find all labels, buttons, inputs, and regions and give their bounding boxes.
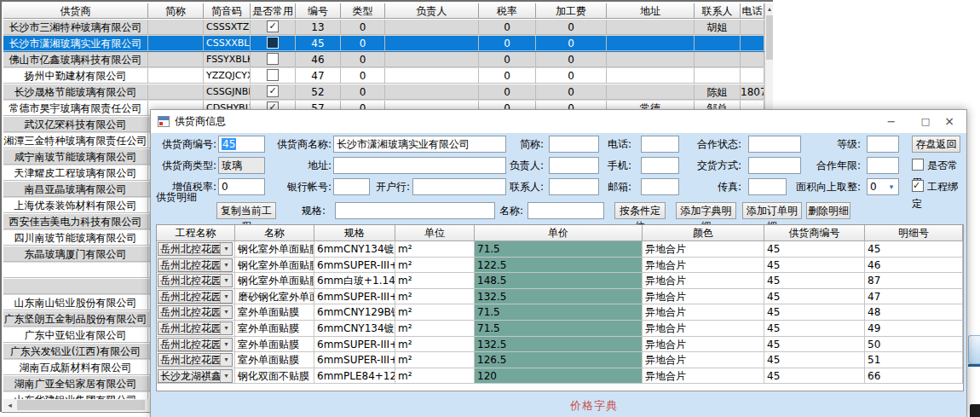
supplier-no-input[interactable]: 45 [218,136,265,153]
table-row[interactable]: 佛山市亿鑫玻璃科技有限公司FSSYXBLKJ..46000 [3,52,764,68]
cell: 52 [296,84,341,100]
cell [695,68,741,84]
detail-row[interactable]: 岳州北控花园▾室外单面贴膜6mmSUPER-III+12A(硅...m²126.… [157,352,963,368]
project-name-combo[interactable]: 岳州北控花园▾ [158,353,233,367]
phone-input[interactable] [641,136,679,153]
combo-value: 0 [870,181,877,193]
project-name-combo[interactable]: 岳州北控花园▾ [158,338,233,351]
detail-cell-project: 岳州北控花园▾ [157,321,235,337]
email-input[interactable] [641,178,679,195]
locate-by-condition-button[interactable]: 按条件定位 [614,202,666,219]
add-order-detail-button[interactable]: 添加订单明细 [742,202,802,219]
detail-column-header: 单价 [475,225,643,241]
chevron-down-icon[interactable]: ▾ [220,306,232,318]
chevron-down-icon[interactable]: ▾ [220,259,232,271]
checkbox-checked-icon[interactable]: ✓ [912,180,924,192]
often-used-checkbox[interactable]: 是否常用 [912,157,966,174]
name-filter-input[interactable] [527,202,604,219]
detail-cell-project: 长沙龙湖祺鑫星座▾ [157,368,235,385]
checkbox-checked-icon[interactable]: ✓ [267,20,279,32]
chevron-down-icon[interactable]: ▾ [885,180,897,194]
detail-row[interactable]: 岳州北控花园▾钢化室外单面贴膜6mmCNY134镀膜钢化m²71.5异地合片45… [157,241,963,258]
copy-current-project-button[interactable]: 复制当前工程 [216,202,276,219]
project-binding-checkbox[interactable]: ✓工程绑定 [912,178,966,195]
fax-input[interactable] [748,178,787,195]
chevron-down-icon[interactable]: ▾ [220,354,232,366]
detail-column-header: 工程名称 [157,225,235,241]
project-name-combo[interactable]: 岳州北控花园▾ [158,242,233,256]
checkbox-icon[interactable] [267,69,279,81]
checkbox-icon[interactable] [267,53,279,65]
column-header: 是否常用 [251,3,296,19]
project-name-combo[interactable]: 岳州北控花园▾ [158,321,233,335]
project-name-combo[interactable]: 岳州北控花园▾ [158,305,233,319]
detail-header-row: 工程名称名称规格单位单价颜色供货商编号明细号 [157,225,963,241]
vat-rate-input[interactable]: 0 [218,178,265,195]
chevron-down-icon[interactable]: ▾ [220,275,232,287]
checkbox-icon[interactable] [912,159,924,171]
cell [741,20,764,35]
table-row[interactable]: 长沙市三湘特种玻璃有限公司CSSSXTZBL..✓13000胡姐 [3,20,764,36]
bank-account-label: 银行帐号: [267,178,331,195]
table-row[interactable]: 长沙晟格节能玻璃有限公司CSSGJNBLYXGS✓52000陈姐180751 [3,84,764,101]
bank-branch-input[interactable] [412,178,506,195]
spec-filter-label: 规格: [302,202,326,219]
detail-row[interactable]: 岳州北控花园▾钢化室外单面贴膜6mmSUPER-III+12A(硅...m²12… [157,258,963,274]
detail-row[interactable]: 岳州北控花园▾室外单面贴膜6mmCNY134镀膜钢化m²71.5异地合片4549 [157,321,963,337]
spec-filter-input[interactable] [335,202,495,219]
vertical-scroll-thumb[interactable] [766,15,773,60]
detail-cell: 45 [764,241,865,258]
horizontal-scroll-thumb[interactable] [17,400,145,410]
table-row[interactable]: 扬州中勤建材有限公司YZZQJCYXGS47000 [3,68,764,84]
manager-input[interactable] [549,157,599,174]
detail-row[interactable]: 岳州北控花园▾磨砂钢化室外单面贴膜6mmSUPER-III+12A(硅...m²… [157,289,963,305]
save-return-button[interactable]: 存盘返回 [912,136,960,153]
supplier-type-input[interactable]: 玻璃 [218,157,265,174]
checkbox-icon[interactable] [267,37,279,49]
project-name-combo[interactable]: 岳州北控花园▾ [158,274,233,287]
address-input[interactable] [333,157,506,174]
coop-status-input[interactable] [748,136,801,153]
chevron-down-icon[interactable]: ▾ [220,370,232,382]
cell: 常德市昊宇玻璃有限责任公司 [3,101,148,116]
project-name-combo[interactable]: 岳州北控花园▾ [158,258,233,272]
checkbox-checked-icon[interactable]: ✓ [267,85,279,97]
mobile-input[interactable] [641,157,679,174]
chevron-down-icon[interactable]: ▾ [220,243,232,255]
close-button[interactable]: × [932,110,966,133]
cell: 广东兴发铝业(江西)有限公司 [3,344,148,359]
project-name-combo[interactable]: 岳州北控花园▾ [158,290,233,304]
detail-cell: m² [395,273,475,289]
add-dictionary-detail-button[interactable]: 添加字典明细 [676,202,736,219]
dialog-titlebar[interactable]: 供货商信息 − □ × [151,110,966,133]
detail-cell: 45 [764,368,865,385]
cell: 0 [479,84,536,100]
cell: 山东南山铝业股份有限公司 [3,295,148,310]
table-header-row[interactable]: 供货商简称简音码是否常用编号类型负责人税率加工费地址联系人电话 [3,3,764,20]
detail-cell: 6mmCNY134镀膜钢化 [314,321,395,337]
cell [385,52,479,67]
coop-years-input[interactable] [867,157,899,174]
minimize-button[interactable]: − [874,110,908,133]
project-name-combo[interactable]: 长沙龙湖祺鑫星座▾ [158,369,233,383]
short-name-input[interactable] [549,136,599,153]
detail-row[interactable]: 长沙龙湖祺鑫星座▾钢化双面不贴膜6mmPLE84+12A(硅酮胶...m²120… [157,368,963,385]
scroll-left-icon[interactable]: ◂ [3,399,16,411]
chevron-down-icon[interactable]: ▾ [220,322,232,334]
delivery-mode-input[interactable] [748,157,801,174]
scroll-up-icon[interactable]: ▴ [765,3,774,14]
bank-account-input[interactable] [333,178,370,195]
delete-detail-button[interactable]: 删除明细 [806,202,850,219]
chevron-down-icon[interactable]: ▾ [220,291,232,303]
supplier-name-input[interactable]: 长沙市潇湘玻璃实业有限公司 [333,136,506,153]
table-row[interactable]: 长沙市潇湘玻璃实业有限公司CSSXXBLSY..45000 [3,36,764,52]
contact-input[interactable] [549,178,599,195]
grade-input[interactable] [867,136,899,153]
detail-row[interactable]: 岳州北控花园▾室外单面贴膜6mmCNY129B镀膜钢化m²71.5异地合片454… [157,304,963,321]
detail-row[interactable]: 岳州北控花园▾钢化室外单面贴膜6mm白玻+1.14PVB+6mm...m²148… [157,273,963,289]
chevron-down-icon[interactable]: ▾ [220,339,232,350]
area-round-up-combo[interactable]: 0▾ [867,178,899,195]
detail-row[interactable]: 岳州北控花园▾室外单面贴膜6mmSUPER-III+12A(硅...m²132.… [157,337,963,353]
detail-cell: 异地合片 [643,352,764,368]
column-header: 税率 [479,3,536,19]
